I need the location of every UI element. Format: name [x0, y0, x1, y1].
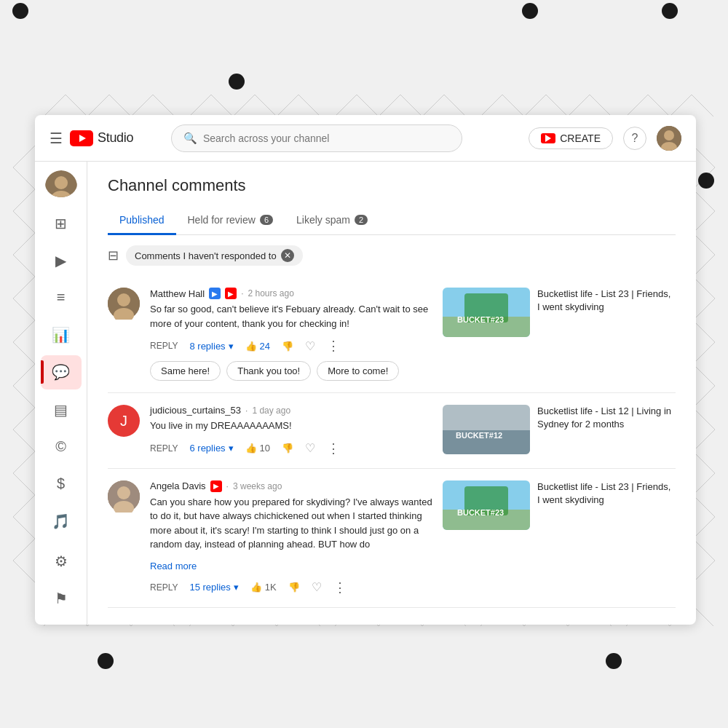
- avatar[interactable]: [657, 126, 681, 151]
- filter-chip-close-button[interactable]: ✕: [281, 249, 294, 262]
- analytics-icon: 📊: [52, 326, 70, 344]
- tab-spam-badge: 2: [355, 215, 368, 225]
- search-icon: 🔍: [183, 132, 197, 145]
- like-button[interactable]: 👍 10: [245, 443, 270, 454]
- replies-count: 6 replies: [189, 443, 225, 454]
- sidebar-item-analytics[interactable]: 📊: [41, 318, 82, 352]
- sidebar-item-dashboard[interactable]: ⊞: [41, 206, 82, 240]
- sidebar-item-content[interactable]: ▶: [41, 243, 82, 277]
- search-bar[interactable]: 🔍: [171, 124, 462, 152]
- tab-spam[interactable]: Likely spam 2: [285, 207, 379, 235]
- playlists-icon: ≡: [57, 289, 66, 306]
- sidebar-item-feedback[interactable]: ⚑: [41, 582, 82, 616]
- comment-actions: REPLY 15 replies ▾ 👍 1K 👎: [150, 579, 432, 596]
- create-button[interactable]: CREATE: [529, 127, 613, 149]
- create-label: CREATE: [560, 132, 601, 144]
- reply-button[interactable]: REPLY: [150, 582, 178, 593]
- comment-author: Angela Davis: [150, 480, 206, 491]
- sidebar: ⊞ ▶ ≡ 📊 💬 ▤ © $: [35, 162, 87, 625]
- heart-button[interactable]: ♡: [312, 580, 322, 594]
- sidebar-avatar[interactable]: [45, 170, 77, 197]
- youtube-badge: ▶: [225, 288, 237, 299]
- replies-count: 15 replies: [189, 582, 230, 593]
- more-options-button[interactable]: ⋮: [327, 440, 340, 456]
- svg-text:BUCKET#23: BUCKET#23: [457, 508, 504, 517]
- comment-text: Can you share how you prepared for skydi…: [150, 495, 432, 552]
- quick-reply-2[interactable]: Thank you too!: [226, 361, 311, 381]
- comment-text: You live in my DREAAAAAAAMS!: [150, 419, 432, 433]
- sidebar-item-comments[interactable]: 💬: [41, 355, 82, 389]
- more-options-button[interactable]: ⋮: [333, 579, 347, 596]
- sidebar-item-audio[interactable]: 🎵: [41, 504, 82, 538]
- video-thumbnail[interactable]: BUCKET#23: [443, 288, 530, 337]
- comment-dot: ·: [226, 481, 229, 491]
- reply-button[interactable]: REPLY: [150, 443, 178, 454]
- video-thumbnail[interactable]: BUCKET#12: [443, 405, 530, 454]
- comment-time: 2 hours ago: [248, 288, 293, 298]
- svg-text:BUCKET#23: BUCKET#23: [457, 315, 504, 324]
- chevron-down-icon: ▾: [229, 443, 234, 454]
- member-badge-icon: ▶: [212, 290, 218, 298]
- tab-spam-label: Likely spam: [296, 214, 350, 226]
- sidebar-item-copyright[interactable]: ©: [41, 430, 82, 464]
- like-count: 10: [260, 443, 270, 454]
- search-input[interactable]: [203, 132, 450, 144]
- main-content: Channel comments Published Held for revi…: [87, 162, 696, 625]
- tab-held-label: Held for review: [188, 214, 256, 226]
- sidebar-item-earn[interactable]: $: [41, 467, 82, 501]
- decorative-dot: [606, 653, 622, 669]
- help-button[interactable]: ?: [623, 127, 646, 150]
- video-info: Bucketlist life - List 23 | Friends, I w…: [530, 480, 676, 507]
- member-badge: ▶: [209, 288, 221, 299]
- sidebar-item-subtitles[interactable]: ▤: [41, 392, 82, 427]
- subtitles-icon: ▤: [54, 401, 68, 419]
- like-button[interactable]: 👍 24: [245, 341, 270, 352]
- tab-held-badge: 6: [260, 215, 273, 225]
- quick-reply-1[interactable]: Same here!: [150, 361, 221, 381]
- thumbs-down-icon: 👎: [282, 443, 293, 454]
- comment-right: BUCKET#23 Bucketlist life - List 23 | Fr…: [443, 288, 676, 337]
- comment-author: judicious_curtains_53: [150, 405, 241, 416]
- feedback-icon: ⚑: [55, 590, 68, 607]
- thumbs-up-icon: 👍: [245, 341, 257, 352]
- like-button[interactable]: 👍 1K: [250, 582, 277, 593]
- comment-actions: REPLY 6 replies ▾ 👍 10 👎: [150, 440, 432, 456]
- video-info: Bucketlist life - List 12 | Living in Sy…: [530, 405, 676, 431]
- comment-author-row: judicious_curtains_53 · 1 day ago: [150, 405, 432, 416]
- sidebar-item-playlists[interactable]: ≡: [41, 280, 82, 314]
- dislike-button[interactable]: 👎: [288, 582, 300, 593]
- comment-body: judicious_curtains_53 · 1 day ago You li…: [150, 405, 432, 456]
- table-row: Angela Davis ▶ · 3 weeks ago Can you sha…: [108, 469, 676, 608]
- replies-toggle[interactable]: 6 replies ▾: [189, 443, 233, 454]
- studio-card: ☰ Studio 🔍 CREATE ?: [35, 115, 696, 625]
- help-icon: ?: [632, 132, 638, 145]
- heart-button[interactable]: ♡: [305, 339, 315, 353]
- video-thumbnail[interactable]: BUCKET#23: [443, 480, 530, 530]
- decorative-dot: [98, 653, 114, 669]
- like-count: 24: [260, 341, 270, 352]
- comments-list: Matthew Hall ▶ ▶ · 2 hours ago So far so…: [87, 276, 696, 608]
- logo-container: Studio: [70, 130, 133, 146]
- table-row: J judicious_curtains_53 · 1 day ago You …: [108, 393, 676, 469]
- reply-button[interactable]: REPLY: [150, 341, 178, 351]
- replies-toggle[interactable]: 8 replies ▾: [189, 341, 233, 352]
- content-header: Channel comments Published Held for revi…: [87, 162, 696, 235]
- thumbs-up-icon: 👍: [250, 582, 262, 593]
- topbar: ☰ Studio 🔍 CREATE ?: [35, 115, 696, 162]
- read-more-link[interactable]: Read more: [150, 561, 197, 571]
- replies-toggle[interactable]: 15 replies ▾: [189, 582, 238, 593]
- quick-reply-3[interactable]: More to come!: [317, 361, 399, 381]
- sidebar-item-settings[interactable]: ⚙: [41, 545, 82, 579]
- tab-held[interactable]: Held for review 6: [176, 207, 285, 235]
- comment-avatar: J: [108, 405, 140, 437]
- heart-button[interactable]: ♡: [305, 441, 315, 455]
- thumbs-up-icon: 👍: [245, 443, 257, 454]
- dislike-button[interactable]: 👎: [282, 443, 293, 454]
- settings-icon: ⚙: [55, 553, 68, 570]
- hamburger-menu[interactable]: ☰: [50, 130, 63, 147]
- chevron-down-icon: ▾: [234, 582, 239, 593]
- decorative-dot: [522, 3, 538, 19]
- dislike-button[interactable]: 👎: [282, 341, 293, 352]
- more-options-button[interactable]: ⋮: [327, 338, 340, 354]
- tab-published[interactable]: Published: [108, 207, 176, 235]
